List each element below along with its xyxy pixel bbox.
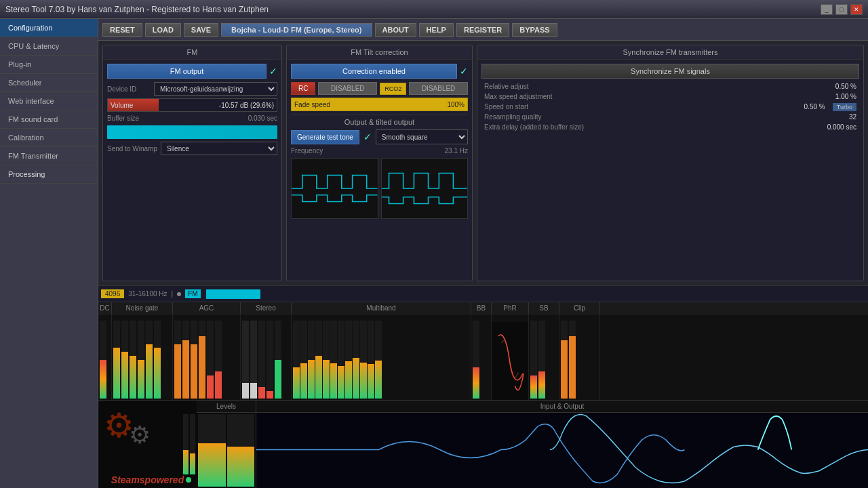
meters-labels: DC Noise gate AGC Stereo Multiband BB Ph…	[98, 302, 868, 314]
phr-label: PhR	[492, 302, 529, 314]
relative-adjust-value: 0.50 %	[835, 83, 856, 90]
rc-button[interactable]: RC	[291, 82, 315, 95]
title-bar-controls: _ □ ✕	[821, 4, 863, 15]
mb-bar-12	[375, 321, 382, 399]
dc-bar-container	[100, 321, 106, 399]
device-select[interactable]: Microsoft-geluidsaanwijzing	[154, 82, 277, 96]
load-button[interactable]: LOAD	[145, 23, 181, 37]
freq-label: Frequency	[291, 147, 323, 155]
fm-output-row: FM output ✓	[107, 64, 277, 79]
tilt-panel: FM Tilt correction Correction enabled ✓ …	[286, 45, 473, 281]
close-button[interactable]: ✕	[850, 4, 863, 15]
sidebar-item-web-interface[interactable]: Web interface	[0, 92, 98, 110]
correction-row: Correction enabled ✓	[291, 64, 468, 79]
sb-section	[529, 314, 559, 400]
title-bar-text: Stereo Tool 7.03 by Hans van Zutphen - R…	[5, 5, 269, 14]
level-fill-2	[227, 447, 255, 487]
resample-row: Resampling quality 32	[481, 113, 859, 121]
about-button[interactable]: ABOUT	[375, 23, 416, 37]
correction-button[interactable]: Correction enabled	[291, 64, 457, 79]
logo-level-bar-1	[183, 414, 189, 474]
speed-start-row: Speed on start 0.50 % Turbo	[481, 103, 859, 110]
status-bar: 4096 31-16100 Hz | FM	[98, 285, 868, 302]
mb-bar-10	[360, 321, 367, 399]
rco2-badge: RCO2	[380, 83, 406, 95]
agc-bar-1	[174, 321, 181, 399]
waveform-displays	[291, 158, 468, 219]
send-label: Send to Winamp	[107, 145, 158, 152]
samples-badge: 4096	[101, 289, 124, 298]
mb-label: Multiband	[292, 302, 471, 314]
sync-panel-content: Synchronize FM signals Relative adjust 0…	[477, 60, 863, 138]
sidebar-item-cpu-latency[interactable]: CPU & Latency	[0, 37, 98, 56]
mb-bar-2	[300, 321, 307, 399]
status-dot	[177, 292, 181, 296]
save-button[interactable]: SAVE	[184, 23, 218, 37]
fm-indicator: FM	[185, 289, 200, 298]
logo-text: Steamspowered	[111, 474, 184, 485]
sync-panel: Synchronize FM transmitters Synchronize …	[477, 45, 864, 281]
sidebar-item-fm-transmitter[interactable]: FM Transmitter	[0, 147, 98, 165]
waveform-right-svg	[382, 159, 468, 218]
logo-level-bars	[182, 413, 197, 476]
waveform-left-svg	[292, 159, 378, 218]
register-button[interactable]: REGISTER	[456, 23, 509, 37]
help-button[interactable]: HELP	[419, 23, 454, 37]
speed-start-label: Speed on start	[484, 103, 528, 110]
main-container: Configuration CPU & Latency Plug-in Sche…	[0, 19, 868, 488]
dc-meter-bar	[100, 360, 106, 399]
dc-section	[98, 314, 112, 400]
gen-test-tone-button[interactable]: Generate test tone	[291, 130, 359, 144]
extra-delay-row: Extra delay (added to buffer size) 0.000…	[481, 123, 859, 131]
level-bar-2	[227, 414, 255, 487]
agc-bar-2	[182, 321, 189, 399]
sidebar-item-fm-sound-card[interactable]: FM sound card	[0, 110, 98, 129]
noise-gate-section	[112, 314, 173, 400]
clip-bar-2	[569, 321, 576, 399]
max-speed-value: 1.00 %	[835, 93, 856, 100]
ng-bar-5	[146, 321, 153, 399]
sidebar-item-calibration[interactable]: Calibration	[0, 129, 98, 147]
preset-button[interactable]: Bojcha - Loud-D FM (Europe, Stereo)	[221, 23, 372, 37]
sidebar-item-processing[interactable]: Processing	[0, 165, 98, 184]
mb-bar-6	[330, 321, 337, 399]
output-section: Output & tilted output Generate test ton…	[291, 115, 468, 219]
sidebar-item-plug-in[interactable]: Plug-in	[0, 56, 98, 74]
agc-bar-3	[191, 321, 197, 399]
sync-signals-button[interactable]: Synchronize FM signals	[481, 64, 859, 79]
logo-level-fill-1	[183, 450, 189, 474]
sb-bar-2	[538, 321, 545, 399]
stereo-bar-5	[275, 321, 281, 399]
dc-label: DC	[98, 302, 112, 314]
minimize-button[interactable]: _	[821, 4, 833, 15]
meters-bars	[98, 314, 868, 400]
tilt-panel-content: Correction enabled ✓ RC DISABLED RCO2 DI…	[287, 60, 472, 223]
io-title: Input & Output	[256, 401, 868, 413]
fade-speed-slider[interactable]: Fade speed 100%	[291, 98, 468, 111]
volume-slider[interactable]: Volume -10.57 dB (29.6%)	[107, 98, 277, 112]
bypass-button[interactable]: BYPASS	[512, 23, 557, 37]
restore-button[interactable]: □	[835, 4, 848, 15]
extra-delay-value: 0.000 sec	[827, 123, 856, 131]
separator-1: |	[172, 290, 174, 298]
logo-level-fill-2	[190, 453, 195, 474]
send-select[interactable]: Silence	[161, 142, 277, 155]
fm-output-button[interactable]: FM output	[107, 64, 267, 79]
turbo-badge[interactable]: Turbo	[833, 103, 856, 111]
agc-bar-5	[207, 321, 214, 399]
stereo-bar-3	[258, 321, 265, 399]
sidebar-item-configuration[interactable]: Configuration	[0, 19, 98, 37]
extra-delay-label: Extra delay (added to buffer size)	[484, 123, 584, 131]
reset-button[interactable]: RESET	[102, 23, 142, 37]
freq-value: 23.1 Hz	[445, 147, 468, 155]
buffer-row: Buffer size 0.030 sec	[107, 115, 277, 122]
ng-bar-1	[113, 321, 120, 399]
waveform-select[interactable]: Smooth square	[376, 129, 468, 144]
max-speed-label: Max speed adjustment	[484, 93, 553, 100]
stereo-bar-2	[250, 321, 257, 399]
sidebar-item-scheduler[interactable]: Scheduler	[0, 74, 98, 92]
resample-label: Resampling quality	[484, 113, 542, 121]
title-bar: Stereo Tool 7.03 by Hans van Zutphen - R…	[0, 0, 868, 19]
fm-panel-content: FM output ✓ Device ID Microsoft-geluidsa…	[103, 60, 281, 159]
speed-start-value: 0.50 % Turbo	[804, 103, 856, 110]
